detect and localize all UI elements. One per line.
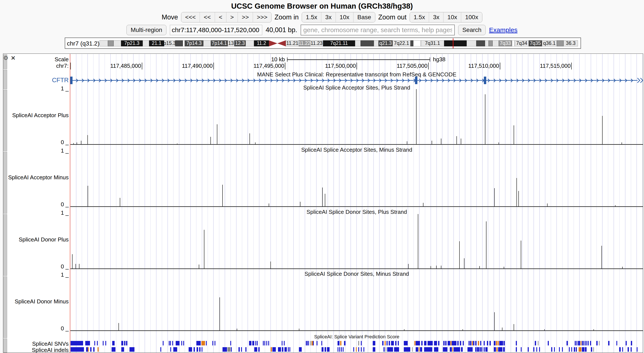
variant-track-label-0[interactable]: SpliceAI SNVs (0, 340, 69, 347)
variant-item (344, 341, 346, 346)
wiggle-spike (602, 246, 602, 268)
wiggle-spike (120, 198, 120, 206)
variant-item (94, 341, 95, 346)
variant-item (470, 341, 471, 346)
variant-item (86, 347, 88, 352)
chromosome-ideogram[interactable]: chr7 (q31.2) 7p21.321.1p15.37p14.37p14.1… (65, 38, 581, 49)
variant-item (358, 347, 359, 352)
variant-item (616, 341, 617, 346)
variant-item (173, 347, 177, 352)
variant-item (307, 341, 308, 346)
ideogram-band-label: 7p21.3 (124, 40, 140, 46)
variant-item (238, 347, 240, 352)
track-left-label-spliceai_donor_minus[interactable]: SpliceAI Donor Minus (0, 298, 69, 305)
track-left-label-spliceai_acceptor_minus[interactable]: SpliceAI Acceptor Minus (0, 174, 69, 181)
variant-item (490, 341, 491, 346)
move-button-group: <<<<<<>>>>>> (181, 12, 272, 22)
gene-name-label[interactable]: CFTR (0, 76, 69, 84)
ideogram-band-label: 11.21 (286, 40, 298, 46)
ideogram-band: 21.1 (149, 40, 164, 46)
zoom-in-button-1[interactable]: 3x (321, 12, 336, 22)
ideogram-band: 7q21.11 (323, 40, 355, 46)
wiggle-spike (118, 323, 119, 330)
ideogram-band-label: 7q21.11 (330, 40, 348, 46)
variant-track-row-1[interactable] (70, 347, 643, 352)
examples-link[interactable]: Examples (489, 26, 518, 34)
zoom-out-button-2[interactable]: 10x (443, 12, 461, 22)
variant-item (364, 347, 364, 352)
variant-item (163, 341, 164, 346)
move-button-4[interactable]: >> (238, 12, 253, 22)
variant-item (424, 347, 432, 352)
ideogram-band-label: 13 (228, 40, 234, 46)
variant-track-row-0[interactable] (70, 341, 643, 346)
variant-item (312, 341, 313, 346)
ruler-tick-mark (428, 62, 428, 70)
ruler-tick-mark (500, 62, 500, 70)
variant-item (284, 347, 287, 352)
ruler-tick-label: 117,510,000 (452, 62, 499, 69)
variant-item (264, 341, 265, 346)
zoom-in-button-0[interactable]: 1.5x (302, 12, 321, 22)
ideogram-band (203, 40, 211, 46)
variant-item (313, 341, 314, 346)
move-button-0[interactable]: <<< (181, 12, 200, 22)
variant-item (340, 341, 342, 346)
variant-item (536, 347, 537, 352)
variant-item (255, 341, 256, 346)
gene-exon-block[interactable] (484, 76, 486, 84)
wiggle-spike (418, 214, 418, 268)
variant-item (445, 341, 446, 346)
wiggle-spike (602, 116, 602, 144)
variant-item (416, 347, 418, 352)
ideogram-band (143, 40, 149, 46)
variant-item (290, 347, 290, 352)
wiggle-spike (237, 328, 237, 330)
variant-item (569, 347, 570, 352)
variant-item (404, 347, 410, 352)
track-left-label-spliceai_donor_plus[interactable]: SpliceAI Donor Plus (0, 236, 69, 243)
wiggle-spike (300, 202, 300, 206)
variant-item (278, 347, 281, 352)
search-input[interactable] (301, 24, 455, 36)
variant-item (201, 341, 205, 346)
variant-track-label-1[interactable]: SpliceAI indels (0, 347, 69, 353)
move-button-3[interactable]: > (226, 12, 238, 22)
move-button-1[interactable]: << (200, 12, 215, 22)
variant-item (299, 347, 302, 352)
zoom-in-button-2[interactable]: 10x (336, 12, 353, 22)
nav-controls-row: Move <<<<<<>>>>>> Zoom in 1.5x3x10xBase … (0, 12, 644, 22)
variant-item (196, 341, 201, 346)
ideogram-band-label: 11.2 (257, 40, 266, 46)
variant-item (70, 341, 83, 346)
variant-item (637, 347, 638, 352)
zoom-out-button-3[interactable]: 100x (461, 12, 482, 22)
assembly-label: hg38 (433, 56, 446, 63)
variant-item (308, 341, 309, 346)
gene-exon-block[interactable] (70, 76, 72, 84)
ideogram-band (269, 40, 277, 46)
ideogram-band (100, 40, 108, 46)
zoom-out-button-0[interactable]: 1.5x (410, 12, 429, 22)
variant-item (416, 341, 420, 346)
ideogram-band-strip[interactable]: 7p21.321.1p15.37p14.37p14.11312.311.211.… (100, 40, 578, 46)
region-size-text: 40,001 bp. (266, 26, 298, 34)
zoom-in-button-3[interactable]: Base (353, 12, 375, 22)
variant-item (228, 347, 230, 352)
variant-item (121, 341, 123, 346)
track-left-label-spliceai_acceptor_plus[interactable]: SpliceAI Acceptor Plus (0, 112, 69, 119)
wiggle-spike (622, 267, 623, 268)
multi-region-button[interactable]: Multi-region (126, 25, 166, 35)
variant-item (494, 341, 496, 346)
zoom-out-button-1[interactable]: 3x (429, 12, 443, 22)
variant-item (593, 347, 594, 352)
ideogram-band: 11.2 (254, 40, 269, 46)
wiggle-spike (514, 324, 514, 330)
move-button-5[interactable]: >>> (253, 12, 271, 22)
position-input[interactable] (170, 25, 262, 35)
gene-exon-block[interactable] (415, 76, 418, 84)
variant-item (70, 347, 84, 352)
track-ymin-label: 0 _ (0, 201, 69, 208)
search-button[interactable]: Search (458, 25, 486, 35)
move-button-2[interactable]: < (215, 12, 226, 22)
